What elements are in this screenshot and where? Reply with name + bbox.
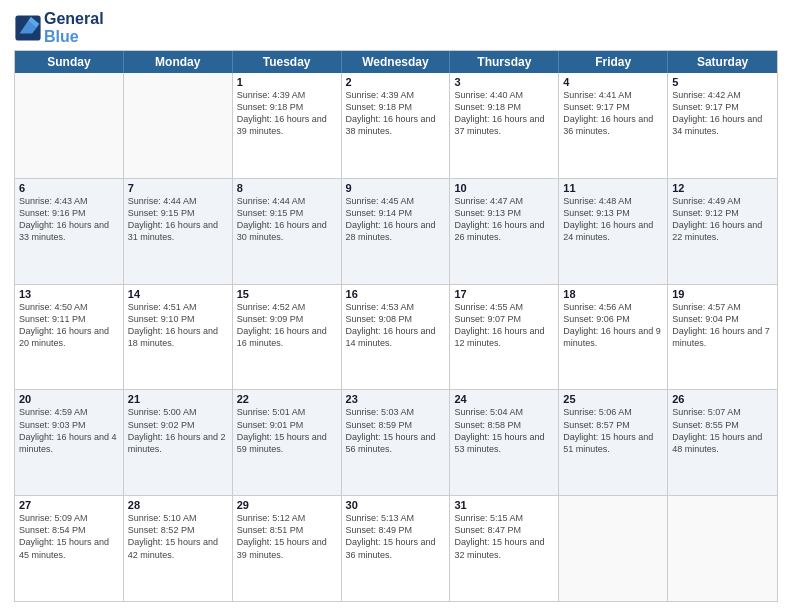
day-cell-17: 17Sunrise: 4:55 AM Sunset: 9:07 PM Dayli…	[450, 285, 559, 390]
day-cell-6: 6Sunrise: 4:43 AM Sunset: 9:16 PM Daylig…	[15, 179, 124, 284]
day-info: Sunrise: 4:43 AM Sunset: 9:16 PM Dayligh…	[19, 195, 119, 244]
day-info: Sunrise: 5:10 AM Sunset: 8:52 PM Dayligh…	[128, 512, 228, 561]
day-number: 19	[672, 288, 773, 300]
day-cell-16: 16Sunrise: 4:53 AM Sunset: 9:08 PM Dayli…	[342, 285, 451, 390]
day-info: Sunrise: 5:13 AM Sunset: 8:49 PM Dayligh…	[346, 512, 446, 561]
day-info: Sunrise: 5:12 AM Sunset: 8:51 PM Dayligh…	[237, 512, 337, 561]
day-cell-30: 30Sunrise: 5:13 AM Sunset: 8:49 PM Dayli…	[342, 496, 451, 601]
day-info: Sunrise: 5:03 AM Sunset: 8:59 PM Dayligh…	[346, 406, 446, 455]
day-cell-19: 19Sunrise: 4:57 AM Sunset: 9:04 PM Dayli…	[668, 285, 777, 390]
day-header-saturday: Saturday	[668, 51, 777, 73]
calendar: SundayMondayTuesdayWednesdayThursdayFrid…	[14, 50, 778, 602]
day-cell-20: 20Sunrise: 4:59 AM Sunset: 9:03 PM Dayli…	[15, 390, 124, 495]
day-info: Sunrise: 5:00 AM Sunset: 9:02 PM Dayligh…	[128, 406, 228, 455]
day-info: Sunrise: 5:06 AM Sunset: 8:57 PM Dayligh…	[563, 406, 663, 455]
day-cell-31: 31Sunrise: 5:15 AM Sunset: 8:47 PM Dayli…	[450, 496, 559, 601]
day-cell-22: 22Sunrise: 5:01 AM Sunset: 9:01 PM Dayli…	[233, 390, 342, 495]
day-cell-13: 13Sunrise: 4:50 AM Sunset: 9:11 PM Dayli…	[15, 285, 124, 390]
day-info: Sunrise: 5:01 AM Sunset: 9:01 PM Dayligh…	[237, 406, 337, 455]
day-header-thursday: Thursday	[450, 51, 559, 73]
day-cell-14: 14Sunrise: 4:51 AM Sunset: 9:10 PM Dayli…	[124, 285, 233, 390]
day-info: Sunrise: 5:07 AM Sunset: 8:55 PM Dayligh…	[672, 406, 773, 455]
day-number: 3	[454, 76, 554, 88]
header: General Blue	[14, 10, 778, 46]
day-number: 21	[128, 393, 228, 405]
day-cell-5: 5Sunrise: 4:42 AM Sunset: 9:17 PM Daylig…	[668, 73, 777, 178]
day-header-monday: Monday	[124, 51, 233, 73]
day-info: Sunrise: 4:40 AM Sunset: 9:18 PM Dayligh…	[454, 89, 554, 138]
day-info: Sunrise: 5:09 AM Sunset: 8:54 PM Dayligh…	[19, 512, 119, 561]
day-header-tuesday: Tuesday	[233, 51, 342, 73]
day-info: Sunrise: 4:59 AM Sunset: 9:03 PM Dayligh…	[19, 406, 119, 455]
day-cell-9: 9Sunrise: 4:45 AM Sunset: 9:14 PM Daylig…	[342, 179, 451, 284]
day-cell-23: 23Sunrise: 5:03 AM Sunset: 8:59 PM Dayli…	[342, 390, 451, 495]
day-info: Sunrise: 4:39 AM Sunset: 9:18 PM Dayligh…	[346, 89, 446, 138]
day-number: 30	[346, 499, 446, 511]
week-row-2: 6Sunrise: 4:43 AM Sunset: 9:16 PM Daylig…	[15, 178, 777, 284]
day-cell-11: 11Sunrise: 4:48 AM Sunset: 9:13 PM Dayli…	[559, 179, 668, 284]
day-number: 14	[128, 288, 228, 300]
day-cell-3: 3Sunrise: 4:40 AM Sunset: 9:18 PM Daylig…	[450, 73, 559, 178]
day-number: 28	[128, 499, 228, 511]
day-info: Sunrise: 4:57 AM Sunset: 9:04 PM Dayligh…	[672, 301, 773, 350]
day-number: 1	[237, 76, 337, 88]
calendar-body: 1Sunrise: 4:39 AM Sunset: 9:18 PM Daylig…	[15, 73, 777, 601]
day-cell-21: 21Sunrise: 5:00 AM Sunset: 9:02 PM Dayli…	[124, 390, 233, 495]
day-number: 15	[237, 288, 337, 300]
week-row-1: 1Sunrise: 4:39 AM Sunset: 9:18 PM Daylig…	[15, 73, 777, 178]
day-info: Sunrise: 5:15 AM Sunset: 8:47 PM Dayligh…	[454, 512, 554, 561]
day-number: 5	[672, 76, 773, 88]
day-number: 18	[563, 288, 663, 300]
day-info: Sunrise: 4:44 AM Sunset: 9:15 PM Dayligh…	[237, 195, 337, 244]
day-cell-4: 4Sunrise: 4:41 AM Sunset: 9:17 PM Daylig…	[559, 73, 668, 178]
logo: General Blue	[14, 10, 104, 46]
empty-cell	[15, 73, 124, 178]
day-cell-7: 7Sunrise: 4:44 AM Sunset: 9:15 PM Daylig…	[124, 179, 233, 284]
day-cell-27: 27Sunrise: 5:09 AM Sunset: 8:54 PM Dayli…	[15, 496, 124, 601]
day-info: Sunrise: 4:49 AM Sunset: 9:12 PM Dayligh…	[672, 195, 773, 244]
day-header-sunday: Sunday	[15, 51, 124, 73]
day-number: 6	[19, 182, 119, 194]
day-number: 22	[237, 393, 337, 405]
day-number: 10	[454, 182, 554, 194]
day-number: 29	[237, 499, 337, 511]
day-number: 16	[346, 288, 446, 300]
empty-cell	[668, 496, 777, 601]
day-number: 11	[563, 182, 663, 194]
day-info: Sunrise: 4:44 AM Sunset: 9:15 PM Dayligh…	[128, 195, 228, 244]
day-info: Sunrise: 4:56 AM Sunset: 9:06 PM Dayligh…	[563, 301, 663, 350]
page: General Blue SundayMondayTuesdayWednesda…	[0, 0, 792, 612]
day-header-wednesday: Wednesday	[342, 51, 451, 73]
day-number: 17	[454, 288, 554, 300]
day-cell-29: 29Sunrise: 5:12 AM Sunset: 8:51 PM Dayli…	[233, 496, 342, 601]
day-headers: SundayMondayTuesdayWednesdayThursdayFrid…	[15, 51, 777, 73]
day-info: Sunrise: 5:04 AM Sunset: 8:58 PM Dayligh…	[454, 406, 554, 455]
day-number: 4	[563, 76, 663, 88]
day-number: 27	[19, 499, 119, 511]
week-row-4: 20Sunrise: 4:59 AM Sunset: 9:03 PM Dayli…	[15, 389, 777, 495]
day-info: Sunrise: 4:39 AM Sunset: 9:18 PM Dayligh…	[237, 89, 337, 138]
day-cell-18: 18Sunrise: 4:56 AM Sunset: 9:06 PM Dayli…	[559, 285, 668, 390]
day-cell-10: 10Sunrise: 4:47 AM Sunset: 9:13 PM Dayli…	[450, 179, 559, 284]
day-info: Sunrise: 4:50 AM Sunset: 9:11 PM Dayligh…	[19, 301, 119, 350]
day-number: 26	[672, 393, 773, 405]
day-info: Sunrise: 4:55 AM Sunset: 9:07 PM Dayligh…	[454, 301, 554, 350]
day-cell-2: 2Sunrise: 4:39 AM Sunset: 9:18 PM Daylig…	[342, 73, 451, 178]
day-info: Sunrise: 4:48 AM Sunset: 9:13 PM Dayligh…	[563, 195, 663, 244]
day-info: Sunrise: 4:41 AM Sunset: 9:17 PM Dayligh…	[563, 89, 663, 138]
day-cell-15: 15Sunrise: 4:52 AM Sunset: 9:09 PM Dayli…	[233, 285, 342, 390]
day-info: Sunrise: 4:53 AM Sunset: 9:08 PM Dayligh…	[346, 301, 446, 350]
day-info: Sunrise: 4:42 AM Sunset: 9:17 PM Dayligh…	[672, 89, 773, 138]
empty-cell	[559, 496, 668, 601]
day-number: 2	[346, 76, 446, 88]
week-row-5: 27Sunrise: 5:09 AM Sunset: 8:54 PM Dayli…	[15, 495, 777, 601]
day-number: 8	[237, 182, 337, 194]
day-number: 23	[346, 393, 446, 405]
day-cell-28: 28Sunrise: 5:10 AM Sunset: 8:52 PM Dayli…	[124, 496, 233, 601]
day-cell-24: 24Sunrise: 5:04 AM Sunset: 8:58 PM Dayli…	[450, 390, 559, 495]
day-info: Sunrise: 4:52 AM Sunset: 9:09 PM Dayligh…	[237, 301, 337, 350]
day-number: 20	[19, 393, 119, 405]
logo-text: General Blue	[44, 10, 104, 46]
day-number: 31	[454, 499, 554, 511]
day-number: 7	[128, 182, 228, 194]
